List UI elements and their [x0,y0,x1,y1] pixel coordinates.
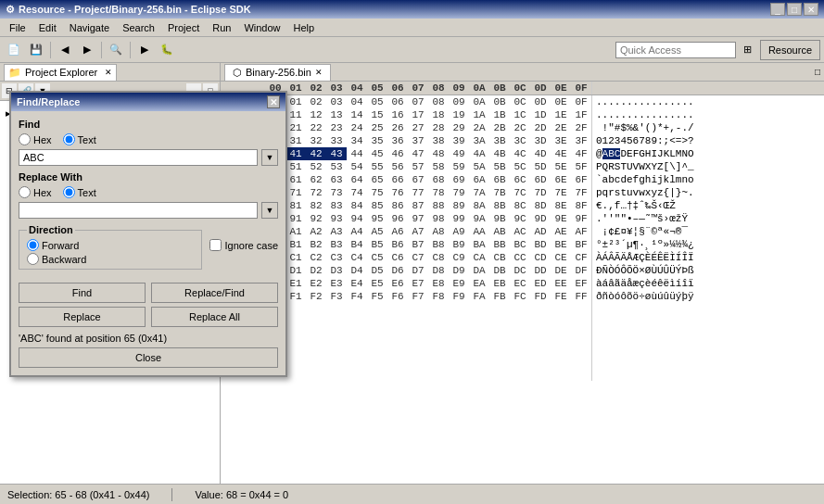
hex-cell[interactable]: B5 [367,238,387,251]
hex-cell[interactable]: 28 [428,121,449,134]
hex-cell[interactable]: C4 [347,251,367,264]
hex-cell[interactable]: 95 [367,212,387,225]
hex-cell[interactable]: E2 [306,277,326,290]
hex-cell[interactable]: 5E [551,160,571,173]
hex-cell[interactable]: 82 [306,199,326,212]
hex-cell[interactable]: 16 [387,108,408,121]
hex-cell[interactable]: 7A [469,186,489,199]
replace-text-radio[interactable]: Text [63,186,96,198]
hex-cell[interactable]: 05 [367,95,387,108]
hex-cell[interactable] [347,329,367,342]
hex-cell[interactable]: E3 [326,277,347,290]
hex-cell[interactable]: 6D [530,173,551,186]
hex-cell[interactable]: 9B [489,212,510,225]
hex-cell[interactable] [347,316,367,329]
table-row[interactable]: 140: [221,355,824,368]
hex-cell[interactable] [530,329,551,342]
hex-cell[interactable]: EB [489,277,510,290]
hex-cell[interactable]: 92 [306,212,326,225]
hex-cell[interactable]: 91 [285,212,306,225]
hex-cell[interactable]: D8 [428,264,449,277]
hex-cell[interactable]: 6A [469,173,489,186]
backward-radio[interactable]: Backward [27,253,194,265]
hex-cell[interactable]: 26 [387,121,408,134]
hex-cell[interactable]: 58 [428,160,449,173]
hex-cell[interactable]: 73 [326,186,347,199]
hex-cell[interactable]: 1E [551,108,571,121]
replace-find-button[interactable]: Replace/Find [151,283,278,303]
hex-cell[interactable]: A5 [367,225,387,238]
hex-cell[interactable] [387,316,408,329]
table-row[interactable]: 110: [221,316,824,329]
hex-cell[interactable] [285,368,306,381]
hex-cell[interactable] [489,316,510,329]
hex-cell[interactable]: 94 [347,212,367,225]
hex-cell[interactable]: 99 [449,212,469,225]
hex-cell[interactable]: C1 [285,251,306,264]
table-row[interactable]: 000:000102030405060708090A0B0C0D0E0F....… [221,95,824,108]
hex-cell[interactable]: 71 [285,186,306,199]
hex-cell[interactable] [306,342,326,355]
hex-cell[interactable]: 06 [387,95,408,108]
hex-cell[interactable] [326,316,347,329]
hex-cell[interactable]: 2B [489,121,510,134]
replace-text-input[interactable] [63,186,75,198]
hex-cell[interactable] [285,329,306,342]
hex-cell[interactable]: 54 [347,160,367,173]
hex-cell[interactable]: 57 [408,160,428,173]
hex-cell[interactable] [408,329,428,342]
hex-cell[interactable] [469,316,489,329]
hex-cell[interactable]: C7 [408,251,428,264]
hex-cell[interactable]: 22 [306,121,326,134]
hex-cell[interactable]: A4 [347,225,367,238]
find-hex-radio[interactable]: Hex [19,133,52,145]
hex-editor[interactable]: 000102030405060708090A0B0C0D0E0F000:0001… [221,82,824,484]
hex-cell[interactable] [285,355,306,368]
hex-cell[interactable] [551,368,571,381]
hex-cell[interactable]: 61 [285,173,306,186]
hex-cell[interactable]: A8 [428,225,449,238]
hex-cell[interactable]: B1 [285,238,306,251]
hex-cell[interactable]: CB [489,251,510,264]
table-row[interactable]: 0F0:F0F1F2F3F4F5F6F7F8F9FAFBFCFDFEFFðñòó… [221,290,824,303]
hex-cell[interactable]: 52 [306,160,326,173]
hex-cell[interactable]: 6C [510,173,530,186]
hex-cell[interactable]: 4A [469,147,489,160]
table-row[interactable]: 030:303132333435363738393A3B3C3D3E3F0123… [221,134,824,147]
hex-cell[interactable] [347,342,367,355]
find-hex-input[interactable] [19,133,31,145]
hex-cell[interactable] [326,368,347,381]
hex-cell[interactable]: 89 [449,199,469,212]
hex-cell[interactable]: A3 [326,225,347,238]
perspective-button[interactable]: ⊞ [738,40,758,60]
menu-edit[interactable]: Edit [33,20,62,35]
hex-cell[interactable]: C5 [367,251,387,264]
hex-cell[interactable]: 4F [571,147,591,160]
hex-cell[interactable]: E9 [449,277,469,290]
maximize-button[interactable]: □ [787,3,802,16]
hex-cell[interactable]: D1 [285,264,306,277]
hex-cell[interactable]: B9 [449,238,469,251]
hex-cell[interactable]: D7 [408,264,428,277]
hex-cell[interactable]: 38 [428,134,449,147]
hex-cell[interactable]: 34 [347,134,367,147]
hex-cell[interactable]: E6 [387,277,408,290]
hex-cell[interactable] [428,355,449,368]
hex-cell[interactable] [449,368,469,381]
hex-cell[interactable] [530,316,551,329]
hex-cell[interactable]: 8E [551,199,571,212]
hex-cell[interactable]: 47 [408,147,428,160]
table-row[interactable]: 150: [221,368,824,381]
table-row[interactable]: 0A0:A0A1A2A3A4A5A6A7A8A9AAABACADAEAF ¡¢£… [221,225,824,238]
find-text-input[interactable] [63,133,75,145]
hex-cell[interactable] [285,303,306,316]
replace-button[interactable]: Replace [19,307,146,327]
hex-cell[interactable]: 97 [408,212,428,225]
hex-cell[interactable]: AF [571,225,591,238]
hex-cell[interactable]: CE [551,251,571,264]
table-row[interactable]: 120: [221,329,824,342]
hex-cell[interactable]: F8 [428,290,449,303]
hex-cell[interactable]: 7E [551,186,571,199]
hex-cell[interactable]: 0F [571,95,591,108]
hex-cell[interactable]: 1A [469,108,489,121]
